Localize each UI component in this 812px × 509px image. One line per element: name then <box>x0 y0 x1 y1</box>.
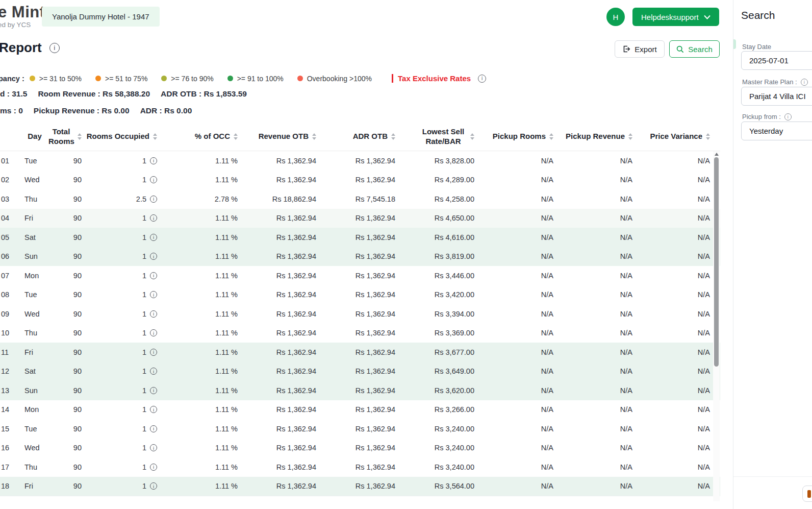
search-button[interactable]: Search <box>669 40 720 58</box>
occupied-info-icon[interactable]: i <box>150 425 157 432</box>
scrollbar-thumb[interactable] <box>714 157 719 367</box>
row-revenue-otb: Rs 18,862.94 <box>241 195 320 203</box>
col-header-rooms-occupied[interactable]: Rooms Occupied <box>84 132 160 141</box>
row-date-value: 07 <box>1 272 9 280</box>
scroll-up-arrow-icon[interactable] <box>715 153 719 156</box>
row-date-value: 18 <box>1 482 9 490</box>
row-date: 07 <box>0 272 20 280</box>
col-label-pickup-rooms: Pickup Rooms <box>493 132 546 141</box>
sort-icon[interactable] <box>628 133 632 140</box>
occupied-info-icon[interactable]: i <box>150 368 157 375</box>
pickup-from-info-icon[interactable]: i <box>784 113 792 120</box>
row-price-variance: N/A <box>637 425 714 433</box>
row-price-variance: N/A <box>637 367 714 375</box>
row-pickup-rooms: N/A <box>478 195 557 203</box>
sort-icon[interactable] <box>706 133 710 140</box>
row-pickup-rooms: N/A <box>478 272 557 280</box>
sort-icon[interactable] <box>78 133 82 140</box>
row-day-value: Mon <box>24 405 39 414</box>
stay-date-input[interactable] <box>741 51 812 70</box>
occupied-info-icon[interactable]: i <box>150 329 157 336</box>
sort-icon[interactable] <box>234 133 238 140</box>
row-price-variance-value: N/A <box>698 233 710 241</box>
row-lowest-sell-rate: Rs 4,258.00 <box>399 195 478 203</box>
row-day-value: Tue <box>24 290 37 299</box>
row-date: 18 <box>0 482 20 490</box>
occupied-info-icon[interactable]: i <box>150 214 157 222</box>
row-price-variance: N/A <box>637 444 714 452</box>
user-menu-button[interactable]: Helpdesksupport <box>632 8 719 26</box>
master-rate-plan-input[interactable] <box>741 87 812 106</box>
sidebar-collapse-handle[interactable] <box>733 39 736 49</box>
row-price-variance-value: N/A <box>698 157 710 165</box>
col-header-price-variance[interactable]: Price Variance <box>637 132 714 141</box>
sort-icon[interactable] <box>470 133 474 140</box>
row-rooms-occupied-value: 1 <box>142 463 146 471</box>
occupied-info-icon[interactable]: i <box>150 234 157 241</box>
occupied-info-icon[interactable]: i <box>150 482 157 490</box>
vertical-scrollbar[interactable] <box>713 151 720 501</box>
col-header-lowest-sell-rate[interactable]: Lowest Sell Rate/BAR <box>399 127 478 147</box>
row-total-rooms: 90 <box>49 329 84 337</box>
row-lowest-sell-rate-value: Rs 3,240.00 <box>435 425 474 433</box>
occupied-info-icon[interactable]: i <box>150 444 157 451</box>
col-header-pickup-rooms[interactable]: Pickup Rooms <box>478 132 557 141</box>
row-occ-pct: 1.11 % <box>160 290 241 299</box>
report-info-icon[interactable]: i <box>49 43 60 53</box>
occupied-info-icon[interactable]: i <box>150 291 157 298</box>
sidebar-footer-button[interactable] <box>802 486 812 502</box>
legend-item: >= 31 to 50% <box>30 75 82 83</box>
master-rate-info-icon[interactable]: i <box>801 79 808 86</box>
col-header-adr-otb[interactable]: ADR OTB <box>320 132 399 141</box>
occupied-info-icon[interactable]: i <box>150 272 157 279</box>
row-total-rooms-value: 90 <box>73 290 82 299</box>
tax-info-icon[interactable]: i <box>478 75 486 83</box>
row-lowest-sell-rate-value: Rs 3,420.00 <box>435 290 474 299</box>
col-header-total-rooms[interactable]: Total Rooms <box>49 127 84 147</box>
row-pickup-revenue-value: N/A <box>620 157 632 165</box>
col-header-occ-pct[interactable]: % of OCC <box>160 132 241 141</box>
occupied-info-icon[interactable]: i <box>150 157 157 164</box>
occupied-info-icon[interactable]: i <box>150 349 157 356</box>
sort-icon[interactable] <box>391 133 395 140</box>
row-pickup-revenue-value: N/A <box>620 425 632 433</box>
row-lowest-sell-rate: Rs 3,828.00 <box>399 157 478 165</box>
row-pickup-revenue: N/A <box>557 195 637 203</box>
row-price-variance-value: N/A <box>698 463 710 471</box>
row-rooms-occupied: 1i <box>84 233 160 241</box>
col-header-pickup-revenue[interactable]: Pickup Revenue <box>557 132 637 141</box>
row-pickup-revenue-value: N/A <box>620 176 632 184</box>
occupied-info-icon[interactable]: i <box>150 387 157 394</box>
row-price-variance-value: N/A <box>698 348 710 356</box>
hotel-selector[interactable]: Yanolja Dummy Hotel - 1947 <box>42 7 160 27</box>
sort-icon[interactable] <box>549 133 553 140</box>
col-header-revenue-otb[interactable]: Revenue OTB <box>241 132 320 141</box>
row-occ-pct: 1.11 % <box>160 444 241 452</box>
row-total-rooms-value: 90 <box>73 214 82 222</box>
pickup-from-input[interactable] <box>741 122 812 140</box>
legend-item-label: Overbooking >100% <box>307 75 372 83</box>
row-price-variance: N/A <box>637 290 714 299</box>
avatar[interactable]: H <box>606 8 625 26</box>
row-total-rooms-value: 90 <box>73 444 82 452</box>
page-title: Report i <box>0 40 60 56</box>
row-pickup-revenue-value: N/A <box>620 195 632 203</box>
col-header-day[interactable]: Day <box>20 132 49 141</box>
occupied-info-icon[interactable]: i <box>150 310 157 318</box>
row-adr-otb: Rs 1,362.94 <box>320 272 399 280</box>
export-button[interactable]: Export <box>615 40 665 58</box>
table-row: 05Sat901i1.11 %Rs 1,362.94Rs 1,362.94Rs … <box>0 228 720 247</box>
row-total-rooms: 90 <box>49 290 84 299</box>
row-occ-pct-value: 1.11 % <box>215 157 238 165</box>
occupied-info-icon[interactable]: i <box>150 253 157 260</box>
sort-icon[interactable] <box>312 133 316 140</box>
occupied-info-icon[interactable]: i <box>150 176 157 183</box>
user-menu-label: Helpdesksupport <box>641 13 699 21</box>
occupied-info-icon[interactable]: i <box>150 464 157 471</box>
occupied-info-icon[interactable]: i <box>150 406 157 413</box>
row-date-value: 15 <box>1 425 9 433</box>
occupied-info-icon[interactable]: i <box>150 196 157 203</box>
main-area: e Mint ed by YCS Yanolja Dummy Hotel - 1… <box>0 0 733 509</box>
sort-icon[interactable] <box>153 133 157 140</box>
row-lowest-sell-rate: Rs 4,616.00 <box>399 233 478 241</box>
